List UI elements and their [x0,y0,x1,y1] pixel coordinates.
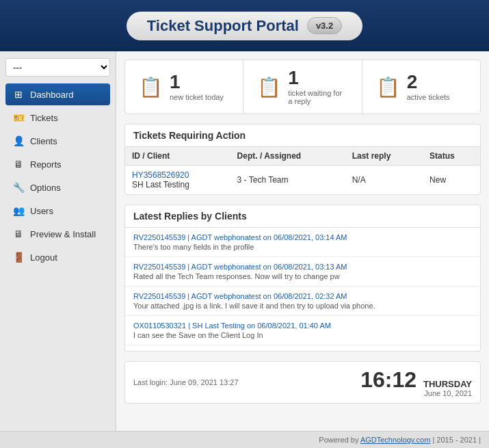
reply-ticket-link[interactable]: RV2250145539 | AGDT webphonatest [133,292,261,300]
sidebar-dropdown[interactable]: --- [5,58,110,77]
reply-item: RV2250145539 | AGDT webphonatest on 06/0… [125,228,480,257]
stat-label-active: active tickets [407,93,450,101]
sidebar-item-dashboard[interactable]: ⊞ Dashboard [5,83,110,105]
header: Ticket Support Portal v3.2 [0,0,489,51]
sidebar-item-clients[interactable]: 👤 Clients [5,130,110,152]
ticket-status: New [423,166,480,195]
stat-icon-waiting: 📋 [257,76,281,98]
stat-waiting: 📋 1 ticket waiting for a reply [243,60,362,114]
table-row: HY3568526920 SH Last Testing 3 - Tech Te… [125,166,480,195]
reply-ticket-link[interactable]: OX0110530321 | SH Last Testing [133,321,245,330]
reply-item: OX0110530321 | SH Last Testing on 06/08/… [125,316,480,345]
ticket-id-link[interactable]: HY3568526920 [132,170,189,180]
clock-full-date: June 10, 2021 [423,389,472,397]
app-title: Ticket Support Portal [147,17,299,35]
reports-icon: 🖥 [12,158,25,170]
ticket-id-client: HY3568526920 SH Last Testing [125,166,230,195]
col-dept: Dept. / Assigned [230,147,345,166]
sidebar-label-users: Users [30,206,53,216]
stat-label-new: new ticket today [170,93,224,101]
tickets-section-title: Tickets Requiring Action [125,124,480,147]
users-icon: 👥 [12,205,25,217]
stat-number-new: 1 [170,73,224,92]
tickets-icon: 🎫 [12,111,25,124]
sidebar-label-logout: Logout [30,252,57,263]
main-layout: --- ⊞ Dashboard 🎫 Tickets 👤 Clients 🖥 Re… [0,51,489,431]
sidebar-item-tickets[interactable]: 🎫 Tickets [5,107,110,129]
tickets-section: Tickets Requiring Action ID / Client Dep… [124,124,481,195]
sidebar-label-dashboard: Dashboard [30,90,74,100]
stats-bar: 📋 1 new ticket today 📋 1 ticket waiting … [124,60,481,114]
reply-header: RV2250145539 | AGDT webphonatest on 06/0… [133,292,472,300]
version-badge: v3.2 [307,17,342,34]
reply-item: OX0110530321 | SH Last Testing on 06/08/… [125,345,480,351]
stat-number-active: 2 [407,73,450,92]
reply-header: RV2250145539 | AGDT webphonatest on 06/0… [133,263,472,271]
reply-text: There's too many fields in the profile [133,243,472,251]
clock-area: 16:12 THURSDAY June 10, 2021 [360,367,472,397]
clients-icon: 👤 [12,135,25,147]
reply-header: RV2250145539 | AGDT webphonatest on 06/0… [133,233,472,241]
reply-header: OX0110530321 | SH Last Testing on 06/08/… [133,321,472,330]
replies-section: Latest Replies by Clients RV2250145539 |… [124,205,481,352]
ticket-last-reply: N/A [345,166,423,195]
reply-ticket-link[interactable]: RV2250145539 | AGDT webphonatest [133,233,261,241]
sidebar-label-reports: Reports [30,159,62,170]
reply-ticket-link[interactable]: RV2250145539 | AGDT webphonatest [133,263,261,271]
sidebar-item-options[interactable]: 🔧 Options [5,176,110,198]
ticket-dept: 3 - Tech Team [230,166,345,195]
replies-list[interactable]: RV2250145539 | AGDT webphonatest on 06/0… [125,228,480,351]
bottom-footer: Powered by AGDTechnology.com | 2015 - 20… [0,431,489,448]
clock-time: 16:12 [360,367,417,393]
stat-new-tickets: 📋 1 new ticket today [125,60,243,114]
col-status: Status [423,147,480,166]
last-login: Last login: June 09, 2021 13:27 [133,378,239,386]
sidebar-item-logout[interactable]: 🚪 Logout [5,246,110,268]
stat-active: 📋 2 active tickets [362,60,480,114]
stat-label-waiting: ticket waiting for a reply [288,89,347,105]
reply-item: RV2250145539 | AGDT webphonatest on 06/0… [125,257,480,287]
dashboard-icon: ⊞ [12,88,25,101]
header-title-wrap: Ticket Support Portal v3.2 [127,12,362,40]
logout-icon: 🚪 [12,251,25,263]
reply-text: Rated all the Tech Team responses. Now w… [133,272,472,280]
options-icon: 🔧 [12,181,25,194]
replies-section-title: Latest Replies by Clients [125,205,480,228]
stat-icon-new: 📋 [139,76,163,98]
sidebar: --- ⊞ Dashboard 🎫 Tickets 👤 Clients 🖥 Re… [0,51,116,431]
reply-text: Your attached .jpg is a link. I will sav… [133,302,472,310]
sidebar-item-preview-install[interactable]: 🖥 Preview & Install [5,223,110,245]
reply-text: I can see the Save on the Client Log In [133,331,472,339]
preview-icon: 🖥 [12,228,25,240]
col-id-client: ID / Client [125,147,230,166]
footer-link[interactable]: AGDTechnology.com [360,436,431,444]
sidebar-item-users[interactable]: 👥 Users [5,200,110,222]
sidebar-label-options: Options [30,183,61,193]
reply-item: RV2250145539 | AGDT webphonatest on 06/0… [125,287,480,316]
sidebar-label-preview: Preview & Install [30,229,96,239]
sidebar-label-tickets: Tickets [30,113,58,123]
footer-bar: Last login: June 09, 2021 13:27 16:12 TH… [124,361,481,404]
content-area: 📋 1 new ticket today 📋 1 ticket waiting … [116,51,489,431]
sidebar-item-reports[interactable]: 🖥 Reports [5,153,110,175]
tickets-table: ID / Client Dept. / Assigned Last reply … [125,147,480,194]
stat-number-waiting: 1 [288,68,347,88]
col-last-reply: Last reply [345,147,423,166]
stat-icon-active: 📋 [376,76,400,98]
sidebar-label-clients: Clients [30,136,57,146]
footer-text: Powered by AGDTechnology.com | 2015 - 20… [319,436,481,444]
clock-day: THURSDAY [423,379,472,389]
